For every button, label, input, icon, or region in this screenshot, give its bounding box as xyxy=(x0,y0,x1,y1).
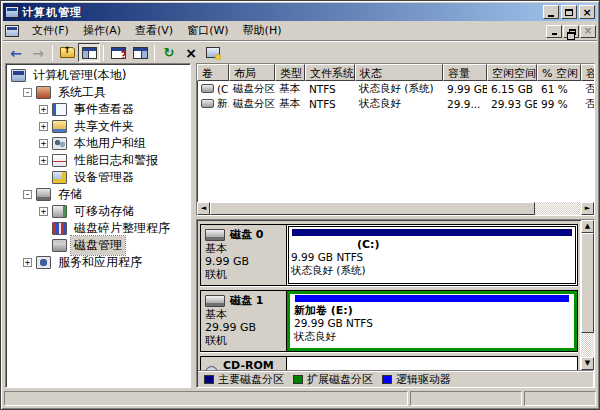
child-restore-button[interactable] xyxy=(563,25,579,38)
scroll-down-icon[interactable]: ▼ xyxy=(581,357,594,370)
tree-item-system-tools[interactable]: - 系统工具 xyxy=(7,84,190,101)
scrollbar-thumb[interactable] xyxy=(581,233,594,333)
back-button[interactable]: ← xyxy=(5,43,27,62)
scroll-left-icon[interactable]: ◄ xyxy=(197,202,210,215)
menu-window[interactable]: 窗口(W) xyxy=(180,21,235,41)
scrollbar-thumb[interactable] xyxy=(210,202,535,215)
column-header-layout[interactable]: 布局 xyxy=(229,64,275,81)
menu-help[interactable]: 帮助(H) xyxy=(236,21,289,41)
scroll-right-icon[interactable]: ► xyxy=(581,202,594,215)
tree-item-storage[interactable]: - 存储 xyxy=(7,186,190,203)
partition-c[interactable]: (C:) 9.99 GB NTFS 状态良好 (系统) xyxy=(288,226,576,284)
forward-arrow-icon: → xyxy=(32,46,44,60)
extended-partition-frame: 新加卷 (E:) 29.99 GB NTFS 状态良好 xyxy=(287,291,577,351)
tree-item-performance-logs[interactable]: + 性能日志和警报 xyxy=(7,152,190,169)
collapse-icon[interactable]: - xyxy=(23,88,32,97)
show-hide-pane-button[interactable] xyxy=(129,43,151,62)
disk-0-info[interactable]: 磁盘 0 基本 9.99 GB 联机 xyxy=(201,225,287,285)
volume-cell: (C:) xyxy=(197,83,229,95)
minimize-button[interactable] xyxy=(543,5,559,19)
expand-icon[interactable]: + xyxy=(39,105,48,114)
menu-file[interactable]: 文件(F) xyxy=(25,21,76,41)
column-header-filesystem[interactable]: 文件系统 xyxy=(305,64,355,81)
status-bar xyxy=(3,388,597,407)
up-folder-icon xyxy=(60,47,75,58)
collapse-icon[interactable]: - xyxy=(23,190,32,199)
filesystem-cell: NTFS xyxy=(305,98,355,110)
expand-icon[interactable]: + xyxy=(39,207,48,216)
menu-bar: 文件(F) 操作(A) 查看(V) 窗口(W) 帮助(H) × xyxy=(3,21,597,41)
action-pane-toggle-icon xyxy=(133,47,148,59)
tree-item-removable-storage[interactable]: + 可移动存储 xyxy=(7,203,190,220)
window-system-icon[interactable] xyxy=(5,6,19,18)
scroll-up-icon[interactable]: ▲ xyxy=(581,220,594,233)
console-tree-toggle-icon xyxy=(82,47,97,59)
logical-drive-bar xyxy=(295,295,569,302)
expand-icon[interactable]: + xyxy=(23,258,32,267)
computer-icon xyxy=(11,69,26,82)
show-hide-tree-button[interactable] xyxy=(78,43,100,62)
title-bar[interactable]: 计算机管理 × xyxy=(3,3,597,21)
scrollbar-track[interactable] xyxy=(535,202,581,215)
maximize-button[interactable] xyxy=(561,5,577,19)
status-section xyxy=(4,391,408,406)
tree-item-device-manager[interactable]: 设备管理器 xyxy=(7,169,190,186)
services-applications-icon xyxy=(36,256,51,269)
logical-drive-swatch xyxy=(382,375,392,384)
column-header-type[interactable]: 类型 xyxy=(275,64,305,81)
console-window-icon[interactable] xyxy=(5,25,19,37)
disk-graphics-pane: 磁盘 0 基本 9.99 GB 联机 (C:) 9.99 GB NTFS 状态良… xyxy=(196,219,595,388)
delete-button[interactable]: × xyxy=(180,43,202,62)
tree-item-computer-management[interactable]: 计算机管理(本地) xyxy=(7,67,190,84)
column-header-status[interactable]: 状态 xyxy=(355,64,443,81)
tree-item-services-applications[interactable]: + 服务和应用程序 xyxy=(7,254,190,271)
column-header-fault-tolerance[interactable]: 容错 xyxy=(581,64,594,81)
tree-item-shared-folders[interactable]: + 共享文件夹 xyxy=(7,118,190,135)
volume-row-new[interactable]: 新... 磁盘分区 基本 NTFS 状态良好 29.9... 29.93 GB … xyxy=(197,96,594,111)
up-one-level-button[interactable] xyxy=(56,43,78,62)
cdrom-0-info[interactable]: CD-ROM 0 xyxy=(201,357,287,370)
expand-icon[interactable]: + xyxy=(39,139,48,148)
column-header-percent-free[interactable]: % 空闲 xyxy=(537,64,581,81)
help-button[interactable]: ? xyxy=(107,43,129,62)
window-title: 计算机管理 xyxy=(22,5,541,20)
tree-item-defragmenter[interactable]: 磁盘碎片整理程序 xyxy=(7,220,190,237)
close-button[interactable]: × xyxy=(579,5,595,19)
hard-disk-icon xyxy=(205,295,225,307)
disk-1-info[interactable]: 磁盘 1 基本 29.99 GB 联机 xyxy=(201,291,287,351)
tree-item-event-viewer[interactable]: + 事件查看器 xyxy=(7,101,190,118)
menu-action[interactable]: 操作(A) xyxy=(76,21,128,41)
child-minimize-button[interactable] xyxy=(546,25,562,38)
expand-icon[interactable]: + xyxy=(39,122,48,131)
percent-free-cell: 61 % xyxy=(537,83,581,95)
forward-button[interactable]: → xyxy=(27,43,49,62)
tree-item-local-users[interactable]: + 本地用户和组 xyxy=(7,135,190,152)
performance-logs-icon xyxy=(52,154,67,167)
toolbox-icon xyxy=(36,86,51,99)
scrollbar-track[interactable] xyxy=(581,333,594,357)
column-header-capacity[interactable]: 容量 xyxy=(443,64,487,81)
column-header-free-space[interactable]: 空闲空间 xyxy=(487,64,537,81)
minimize-icon xyxy=(548,15,554,17)
partition-info: 29.99 GB NTFS xyxy=(294,317,570,330)
vertical-scrollbar[interactable]: ▲ ▼ xyxy=(581,220,594,370)
horizontal-scrollbar[interactable]: ◄ ► xyxy=(197,202,594,215)
tree-item-disk-management[interactable]: 磁盘管理 xyxy=(7,237,190,254)
column-header-volume[interactable]: 卷 xyxy=(197,64,229,81)
volume-row-c[interactable]: (C:) 磁盘分区 基本 NTFS 状态良好 (系统) 9.99 GB 6.15… xyxy=(197,81,594,96)
partition-e[interactable]: 新加卷 (E:) 29.99 GB NTFS 状态良好 xyxy=(292,295,572,348)
properties-button[interactable] xyxy=(202,43,224,62)
disk-type: 基本 xyxy=(205,242,284,255)
disk-status: 联机 xyxy=(205,334,284,347)
expand-icon[interactable]: + xyxy=(39,156,48,165)
refresh-button[interactable]: ↻ xyxy=(158,43,180,62)
disk-1-partition-area: 新加卷 (E:) 29.99 GB NTFS 状态良好 xyxy=(287,291,577,351)
disk-rows: 磁盘 0 基本 9.99 GB 联机 (C:) 9.99 GB NTFS 状态良… xyxy=(198,221,580,370)
minimize-icon xyxy=(552,33,557,35)
tree-item-label: 服务和应用程序 xyxy=(55,253,145,272)
cdrom-media-area xyxy=(287,357,577,370)
local-users-groups-icon xyxy=(52,137,67,150)
child-close-button[interactable]: × xyxy=(580,25,596,38)
status-section xyxy=(410,391,522,406)
menu-view[interactable]: 查看(V) xyxy=(128,21,180,41)
